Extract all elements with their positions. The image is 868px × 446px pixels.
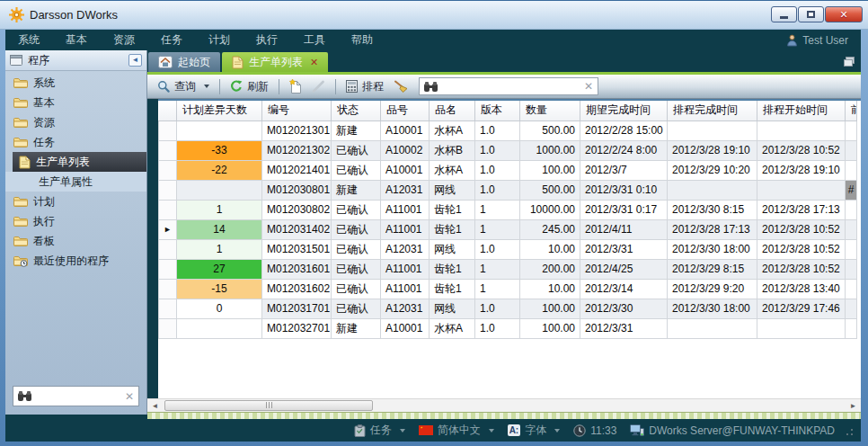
table-cell[interactable]: 已确认 — [332, 299, 381, 318]
table-cell[interactable]: 1.0 — [475, 120, 520, 140]
table-row[interactable]: -33M012021302已确认A10002水杯B1.01000.002012/… — [159, 140, 857, 160]
title-bar[interactable]: Darsson DWorks ✕ — [0, 1, 868, 30]
table-cell[interactable]: 2012/3/7 — [580, 160, 668, 180]
table-cell[interactable]: A12031 — [381, 180, 430, 200]
sidebar-item[interactable]: 最近使用的程序 — [5, 251, 146, 271]
tab[interactable]: 起始页 — [148, 52, 220, 72]
scroll-left-icon[interactable]: ◄ — [147, 399, 163, 413]
table-row[interactable]: M012032701新建A10001水杯A1.0100.002012/3/31 — [159, 318, 857, 338]
table-cell[interactable]: 27 — [177, 259, 262, 279]
table-cell[interactable]: 1.0 — [475, 180, 520, 200]
table-cell[interactable]: 2012/4/25 — [580, 259, 668, 279]
column-header[interactable]: 排程完成时间 — [668, 101, 757, 120]
table-cell[interactable]: 200.00 — [520, 259, 580, 279]
table-cell[interactable]: 2012/2/28 15:00 — [580, 120, 668, 140]
table-cell[interactable]: 已确认 — [332, 279, 381, 299]
new-button[interactable] — [286, 77, 306, 95]
table-cell[interactable]: 14 — [177, 219, 262, 239]
table-row[interactable]: 0M012031701已确认A12031网线1.0100.002012/3/30… — [159, 299, 857, 318]
table-cell[interactable]: 2012/3/31 0:10 — [580, 180, 668, 200]
table-cell[interactable]: 新建 — [332, 318, 381, 338]
table-cell[interactable]: M012031602 — [262, 279, 332, 299]
table-cell[interactable]: 水杯B — [430, 140, 475, 160]
query-button[interactable]: 查询 — [154, 77, 213, 96]
scroll-right-icon[interactable]: ► — [846, 399, 861, 413]
sidebar-search-clear-icon[interactable]: ✕ — [125, 390, 134, 403]
table-cell[interactable] — [846, 160, 857, 180]
table-cell[interactable] — [177, 180, 262, 200]
table-cell[interactable]: 1 — [177, 239, 262, 259]
minimize-button[interactable] — [771, 6, 797, 22]
table-cell[interactable]: 已确认 — [332, 239, 381, 259]
menu-item[interactable]: 资源 — [113, 32, 135, 48]
table-cell[interactable]: A11001 — [381, 200, 430, 219]
current-row-indicator-icon[interactable]: ► — [159, 219, 177, 239]
table-cell[interactable]: 已确认 — [332, 219, 381, 239]
table-cell[interactable]: 0 — [177, 299, 262, 318]
table-cell[interactable]: 100.00 — [520, 299, 580, 318]
table-cell[interactable]: 2012/3/29 9:20 — [668, 279, 757, 299]
table-row[interactable]: ►14M012031402已确认A11001齿轮11245.002012/4/1… — [159, 219, 857, 239]
table-cell[interactable]: 1000.00 — [520, 140, 580, 160]
sidebar-collapse-button[interactable]: ◄ — [128, 54, 142, 67]
resize-grip[interactable] — [845, 425, 854, 436]
sidebar-item[interactable]: 生产单列表 — [13, 152, 146, 172]
table-cell[interactable] — [846, 239, 857, 259]
menu-item[interactable]: 基本 — [66, 32, 87, 48]
table-cell[interactable]: 1 — [177, 200, 262, 219]
table-cell[interactable] — [668, 120, 757, 140]
table-cell[interactable]: -22 — [177, 160, 262, 180]
row-indicator-cell[interactable] — [159, 200, 177, 219]
table-cell[interactable]: 1.0 — [475, 318, 520, 338]
column-header[interactable]: 计划差异天数 — [177, 101, 262, 120]
table-cell[interactable]: M012031701 — [262, 299, 332, 318]
maximize-button[interactable] — [798, 6, 824, 22]
table-cell[interactable]: 新建 — [332, 120, 381, 140]
table-cell[interactable]: 已确认 — [332, 160, 381, 180]
table-cell[interactable] — [846, 200, 857, 219]
status-task-menu[interactable]: 任务 — [354, 423, 405, 438]
table-cell[interactable]: 10000.00 — [520, 200, 580, 219]
table-cell[interactable]: 1.0 — [475, 160, 520, 180]
menu-item[interactable]: 系统 — [18, 32, 40, 48]
table-cell[interactable]: M012021302 — [262, 140, 332, 160]
table-cell[interactable]: 2012/3/28 17:13 — [757, 200, 846, 219]
table-cell[interactable]: 已确认 — [332, 259, 381, 279]
scrollbar-thumb[interactable] — [164, 400, 373, 411]
table-cell[interactable]: 水杯A — [430, 160, 475, 180]
sidebar-item[interactable]: 执行 — [5, 211, 146, 231]
table-cell[interactable]: 2012/3/29 10:20 — [668, 160, 757, 180]
table-cell[interactable]: -15 — [177, 279, 262, 299]
table-cell[interactable]: -33 — [177, 140, 262, 160]
table-cell[interactable]: 齿轮1 — [430, 279, 475, 299]
table-cell[interactable]: 1.0 — [475, 140, 520, 160]
table-cell[interactable]: 1 — [475, 200, 520, 219]
menu-item[interactable]: 任务 — [161, 32, 182, 48]
table-cell[interactable]: 500.00 — [520, 180, 580, 200]
table-cell[interactable]: A10001 — [381, 160, 430, 180]
table-cell[interactable] — [177, 318, 262, 338]
table-cell[interactable]: 100.00 — [520, 318, 580, 338]
column-header[interactable]: 期望完成时间 — [580, 101, 668, 120]
table-cell[interactable]: 10.00 — [520, 279, 580, 299]
schedule-button[interactable]: 排程 — [342, 77, 387, 96]
table-cell[interactable]: 新建 — [332, 180, 381, 200]
table-cell[interactable]: 1 — [475, 279, 520, 299]
table-cell[interactable]: 已确认 — [332, 200, 381, 219]
table-cell[interactable]: 2012/3/28 13:40 — [757, 279, 846, 299]
table-cell[interactable]: A11001 — [381, 279, 430, 299]
table-cell[interactable] — [846, 259, 857, 279]
table-cell[interactable]: 2012/3/28 19:10 — [757, 160, 846, 180]
table-cell[interactable] — [846, 299, 857, 318]
column-header[interactable]: 品名 — [430, 101, 475, 120]
sidebar-item[interactable]: 计划 — [5, 192, 146, 211]
tab[interactable]: 生产单列表✕ — [222, 52, 328, 72]
table-cell[interactable]: A10002 — [381, 140, 430, 160]
table-cell[interactable]: 网线 — [430, 239, 475, 259]
table-cell[interactable]: 网线 — [430, 299, 475, 318]
row-indicator-cell[interactable] — [159, 120, 177, 140]
menu-item[interactable]: 执行 — [256, 32, 278, 48]
table-cell[interactable]: 2012/3/28 10:52 — [757, 259, 846, 279]
table-cell[interactable]: A12031 — [381, 239, 430, 259]
table-cell[interactable] — [757, 318, 846, 338]
